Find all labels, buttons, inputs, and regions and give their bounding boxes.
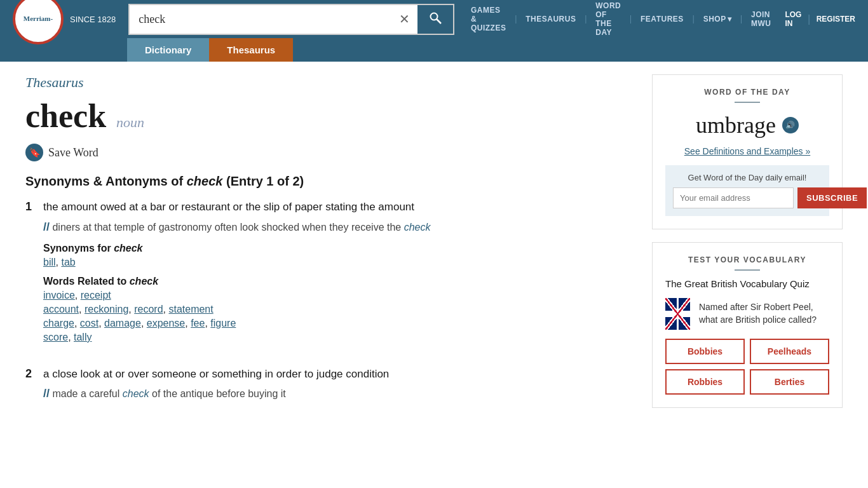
nav-join[interactable]: JOIN MWU bbox=[747, 10, 775, 28]
title-line: check noun bbox=[25, 97, 633, 135]
logo-area: Merriam- SINCE 1828 bbox=[13, 0, 116, 44]
search-input[interactable] bbox=[130, 6, 391, 32]
quiz-option-berties[interactable]: Berties bbox=[750, 369, 829, 395]
related-words-group-1: invoice, receipt bbox=[43, 290, 633, 301]
related-words-group-3: charge, cost, damage, expense, fee, figu… bbox=[43, 318, 633, 329]
related-label-1: Words Related to check bbox=[43, 276, 633, 287]
nav-thesaurus[interactable]: THESAURUS bbox=[522, 15, 580, 24]
save-word-button[interactable]: 🔖 Save Word bbox=[25, 144, 98, 161]
sidebar: WORD OF THE DAY umbrage 🔊 See Definition… bbox=[652, 74, 843, 424]
nav-wotd[interactable]: WORD OF THE DAY bbox=[592, 1, 625, 37]
related-expense[interactable]: expense bbox=[147, 318, 186, 329]
nav-links: GAMES & QUIZZES | THESAURUS | WORD OF TH… bbox=[467, 1, 775, 37]
entry-example-1: // diners at that temple of gastronomy o… bbox=[43, 220, 633, 234]
vocab-divider bbox=[735, 269, 760, 271]
search-icon bbox=[429, 11, 442, 24]
example-word-2[interactable]: check bbox=[123, 388, 149, 399]
wotd-header: WORD OF THE DAY bbox=[665, 88, 829, 97]
entry-example-2: // made a careful check of the antique b… bbox=[43, 387, 633, 400]
entry-number-2: 2 bbox=[25, 367, 32, 381]
section-label: Thesaurus bbox=[25, 74, 633, 91]
sound-icon[interactable]: 🔊 bbox=[782, 117, 799, 133]
related-invoice[interactable]: invoice bbox=[43, 290, 75, 301]
nav-features[interactable]: FEATURES bbox=[637, 15, 688, 24]
bookmark-icon: 🔖 bbox=[25, 144, 43, 161]
logo[interactable]: Merriam- bbox=[13, 0, 64, 44]
quiz-option-peelheads[interactable]: Peelheads bbox=[750, 339, 829, 364]
syn-ant-header: Synonyms & Antonyms of check (Entry 1 of… bbox=[25, 174, 633, 189]
wotd-word: umbrage 🔊 bbox=[665, 112, 829, 139]
entry-2: 2 a close look at or over someone or som… bbox=[25, 366, 633, 410]
related-record[interactable]: record bbox=[134, 304, 163, 315]
related-damage[interactable]: damage bbox=[104, 318, 141, 329]
save-word-label: Save Word bbox=[48, 146, 98, 159]
related-statement[interactable]: statement bbox=[168, 304, 213, 315]
nav-shop[interactable]: SHOP ▾ bbox=[700, 15, 736, 24]
related-score[interactable]: score bbox=[43, 332, 68, 342]
entry-def-1: the amount owed at a bar or restaurant o… bbox=[43, 199, 633, 215]
word-pos: noun bbox=[116, 114, 144, 130]
nav-games[interactable]: GAMES & QUIZZES bbox=[467, 6, 510, 32]
related-words-group-2: account, reckoning, record, statement bbox=[43, 304, 633, 315]
header-top: Merriam- SINCE 1828 ✕ GAMES & QUIZZES | … bbox=[0, 0, 868, 38]
synonyms-section-1: Synonyms for check bill, tab bbox=[43, 243, 633, 268]
related-tally[interactable]: tally bbox=[74, 332, 92, 342]
since-label: SINCE 1828 bbox=[70, 15, 116, 24]
entry-1: 1 the amount owed at a bar or restaurant… bbox=[25, 199, 633, 351]
email-input[interactable] bbox=[673, 187, 794, 208]
example-word-1[interactable]: check bbox=[404, 222, 431, 233]
related-reckoning[interactable]: reckoning bbox=[85, 304, 128, 315]
content-area: Thesaurus check noun 🔖 Save Word Synonym… bbox=[25, 74, 633, 424]
related-section-1: Words Related to check invoice, receipt … bbox=[43, 276, 633, 343]
flag-caption: Named after Sir Robert Peel, what are Br… bbox=[699, 301, 829, 326]
synonym-bill[interactable]: bill bbox=[43, 257, 56, 268]
related-figure[interactable]: figure bbox=[210, 318, 236, 329]
related-words-group-4: score, tally bbox=[43, 332, 633, 343]
auth-links: LOG IN | REGISTER bbox=[785, 10, 855, 28]
search-button[interactable] bbox=[417, 5, 453, 34]
tab-bar: Dictionary Thesaurus bbox=[0, 38, 868, 62]
word-title: check bbox=[25, 98, 106, 134]
quiz-option-bobbies[interactable]: Bobbies bbox=[665, 339, 745, 364]
vocab-card: TEST YOUR VOCABULARY The Great British V… bbox=[652, 242, 843, 408]
subscribe-button[interactable]: SUBSCRIBE bbox=[797, 187, 867, 208]
wotd-divider bbox=[735, 102, 760, 103]
register-link[interactable]: REGISTER bbox=[817, 15, 855, 24]
related-account[interactable]: account bbox=[43, 304, 79, 315]
flag-row: Named after Sir Robert Peel, what are Br… bbox=[665, 298, 829, 330]
related-cost[interactable]: cost bbox=[80, 318, 98, 329]
quiz-option-robbies[interactable]: Robbies bbox=[665, 369, 745, 395]
vocab-header: TEST YOUR VOCABULARY bbox=[665, 255, 829, 264]
search-clear-button[interactable]: ✕ bbox=[391, 6, 417, 32]
search-container: ✕ bbox=[128, 4, 454, 35]
see-definitions-link[interactable]: See Definitions and Examples » bbox=[665, 146, 829, 156]
entry-def-2: a close look at or over someone or somet… bbox=[43, 366, 633, 383]
wotd-card: WORD OF THE DAY umbrage 🔊 See Definition… bbox=[652, 74, 843, 229]
uk-flag-icon bbox=[665, 298, 690, 330]
related-charge[interactable]: charge bbox=[43, 318, 74, 329]
email-row: SUBSCRIBE bbox=[673, 187, 822, 208]
synonym-tab[interactable]: tab bbox=[61, 257, 75, 268]
synonyms-label-1: Synonyms for check bbox=[43, 243, 633, 254]
svg-line-1 bbox=[437, 19, 441, 24]
logo-text: Merriam- bbox=[24, 15, 53, 23]
email-label: Get Word of the Day daily email! bbox=[673, 173, 822, 182]
svg-point-0 bbox=[430, 13, 437, 20]
quiz-options: Bobbies Peelheads Robbies Berties bbox=[665, 339, 829, 395]
email-section: Get Word of the Day daily email! SUBSCRI… bbox=[665, 165, 829, 216]
tab-dictionary[interactable]: Dictionary bbox=[127, 38, 209, 62]
related-receipt[interactable]: receipt bbox=[81, 290, 111, 301]
synonym-words-1: bill, tab bbox=[43, 257, 633, 268]
related-fee[interactable]: fee bbox=[191, 318, 205, 329]
vocab-title: The Great British Vocabulary Quiz bbox=[665, 278, 829, 289]
main-layout: Thesaurus check noun 🔖 Save Word Synonym… bbox=[0, 62, 868, 437]
tab-thesaurus[interactable]: Thesaurus bbox=[209, 38, 293, 62]
entry-number-1: 1 bbox=[25, 200, 32, 214]
login-link[interactable]: LOG IN bbox=[785, 10, 801, 28]
